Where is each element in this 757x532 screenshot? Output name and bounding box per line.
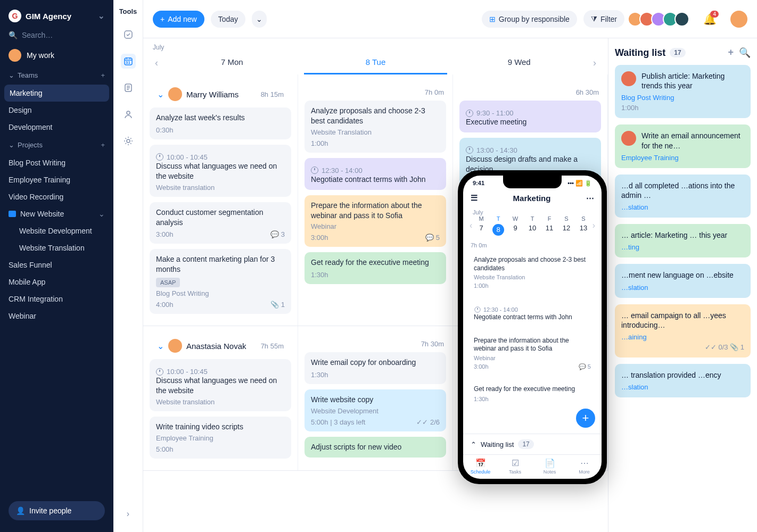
task-card[interactable]: Write training video scriptsEmployee Tra… xyxy=(150,417,291,459)
task-card[interactable]: Prepare the information about the webina… xyxy=(305,195,446,247)
waitlist-card[interactable]: … email campaign to all …yees introducin… xyxy=(615,304,751,358)
sidebar-team-item[interactable]: Marketing xyxy=(4,85,109,102)
phone-add-button[interactable]: + xyxy=(576,409,595,428)
phone-task-card[interactable]: Analyze proposals and choose 2-3 best ca… xyxy=(468,251,596,294)
notes-tool-icon[interactable] xyxy=(121,80,136,95)
sidebar-project-item[interactable]: Employee Training xyxy=(0,171,113,188)
person-header[interactable]: ⌄Marry Williams8h 15m xyxy=(150,81,291,107)
sidebar-project-item[interactable]: Webinar xyxy=(0,307,113,325)
team-avatars[interactable] xyxy=(631,12,689,27)
waitlist-card[interactable]: Write an email announcement for the ne…E… xyxy=(615,124,751,168)
day-hours: 7h 30m xyxy=(305,332,446,352)
phone-day[interactable]: S13 xyxy=(577,215,590,236)
task-card[interactable]: Write email copy for onboarding1:30h xyxy=(305,352,446,384)
group-by-button[interactable]: ⊞Group by responsible xyxy=(482,11,577,28)
chevron-down-icon: ⌄ xyxy=(9,71,14,79)
avatar xyxy=(674,12,689,27)
phone-tab[interactable]: ☑Tasks xyxy=(498,455,532,479)
search-waitlist-icon[interactable]: 🔍 xyxy=(739,47,751,59)
comments-icon: 💬 3 xyxy=(270,230,285,238)
current-user-avatar[interactable] xyxy=(730,11,747,28)
invite-people-button[interactable]: 👤 Invite people xyxy=(9,501,105,520)
phone-day-hours: 7h 0m xyxy=(463,240,602,251)
phone-day[interactable]: T10 xyxy=(526,215,539,236)
day-tab[interactable]: 8 Tue xyxy=(304,51,448,74)
phone-tab[interactable]: 📅Schedule xyxy=(463,455,498,479)
phone-task-card[interactable]: Get ready for the executive meeting1:30h xyxy=(468,380,596,408)
phone-tab[interactable]: ⋯More xyxy=(567,455,602,479)
person-header[interactable]: ⌄Anastasia Novak7h 55m xyxy=(150,332,291,359)
tools-label: Tools xyxy=(119,7,137,15)
add-project-icon[interactable]: + xyxy=(101,141,105,149)
task-card[interactable]: 10:00 - 10:45Discuss what languages we n… xyxy=(150,359,291,411)
waitlist-card[interactable]: Publish article: Marketing trends this y… xyxy=(615,65,751,118)
sidebar-project-item[interactable]: Blog Post Writing xyxy=(0,154,113,171)
add-new-button[interactable]: +Add new xyxy=(153,11,204,28)
phone-day[interactable]: M7 xyxy=(475,215,488,236)
next-days-button[interactable]: › xyxy=(591,57,598,69)
sidebar-team-item[interactable]: Design xyxy=(0,102,113,119)
day-tab[interactable]: 7 Mon xyxy=(160,51,304,74)
avatar xyxy=(621,71,636,86)
next-week-icon[interactable]: › xyxy=(593,221,595,230)
add-team-icon[interactable]: + xyxy=(101,71,105,79)
notifications-button[interactable]: 🔔 4 xyxy=(703,13,717,26)
people-tool-icon[interactable] xyxy=(121,107,136,122)
task-card[interactable]: Get ready for the executive meeting1:30h xyxy=(305,252,446,284)
sidebar-project-item[interactable]: Mobile App xyxy=(0,273,113,290)
sidebar-team-item[interactable]: Development xyxy=(0,119,113,136)
task-card[interactable]: Analyze last week's results0:30h xyxy=(150,107,291,139)
day-tab[interactable]: 9 Wed xyxy=(447,51,591,74)
settings-tool-icon[interactable] xyxy=(121,134,136,148)
task-card[interactable]: Adjust scripts for new video xyxy=(305,437,446,458)
waiting-list-count: 17 xyxy=(670,48,685,57)
filter-button[interactable]: ⧩Filter xyxy=(583,10,624,28)
task-card[interactable]: Make a content marketing plan for 3 mont… xyxy=(150,249,291,314)
clock-icon xyxy=(156,368,163,376)
sidebar-project-subitem[interactable]: Website Development xyxy=(0,222,113,239)
phone-day[interactable]: S12 xyxy=(560,215,573,236)
projects-section-header[interactable]: ⌄Projects + xyxy=(0,136,113,154)
sidebar-project-item[interactable]: Video Recording xyxy=(0,188,113,205)
workspace-switcher[interactable]: G GIM Agency ⌄ xyxy=(0,6,113,26)
teams-section-header[interactable]: ⌄Teams + xyxy=(0,66,113,85)
waitlist-card[interactable]: …ment new language on …ebsite…slation xyxy=(615,264,751,297)
phone-tab[interactable]: 📄Notes xyxy=(532,455,567,479)
phone-day[interactable]: F11 xyxy=(543,215,556,236)
calendar-tool-icon[interactable]: 31 xyxy=(121,54,136,69)
phone-day[interactable]: T8 xyxy=(492,215,505,236)
today-button[interactable]: Today xyxy=(211,11,245,28)
waitlist-card[interactable]: …d all completed …ations into the admin … xyxy=(615,174,751,218)
chevron-down-icon: ⌄ xyxy=(9,141,14,149)
phone-waiting-list-toggle[interactable]: ⌃ Waiting list 17 xyxy=(463,434,602,454)
collapse-rail-icon[interactable]: › xyxy=(121,506,136,521)
my-work-link[interactable]: My work xyxy=(0,45,113,66)
task-card[interactable]: 9:30 - 11:00Executive meeting xyxy=(459,101,601,132)
task-card[interactable]: Write website copyWebsite Development5:0… xyxy=(305,389,446,431)
task-card[interactable]: 10:00 - 10:45Discuss what languages we n… xyxy=(150,145,291,197)
person-add-icon: 👤 xyxy=(16,506,25,515)
more-icon[interactable]: ⋯ xyxy=(586,193,594,203)
task-card[interactable]: Conduct customer segmentation analysis3:… xyxy=(150,202,291,244)
prev-week-icon[interactable]: ‹ xyxy=(470,221,472,230)
phone-task-card[interactable]: 12:30 - 14:00Negotiate contract terms wi… xyxy=(468,298,596,327)
prev-days-button[interactable]: ‹ xyxy=(153,57,160,69)
add-waitlist-icon[interactable]: + xyxy=(728,47,734,59)
sidebar-project-item[interactable]: CRM Integration xyxy=(0,290,113,307)
phone-task-card[interactable]: Prepare the information about the webina… xyxy=(468,331,596,376)
sidebar-project-item[interactable]: Sales Funnel xyxy=(0,256,113,273)
avatar xyxy=(621,131,636,146)
sidebar-project-item[interactable]: New Website⌄ xyxy=(0,205,113,222)
waitlist-card[interactable]: … article: Marketing … this year…ting xyxy=(615,224,751,257)
phone-day[interactable]: W9 xyxy=(509,215,522,236)
task-card[interactable]: Analyze proposals and choose 2-3 best ca… xyxy=(305,101,446,153)
checkbox-tool-icon[interactable] xyxy=(121,27,136,42)
waitlist-card[interactable]: … translation provided …ency…slation xyxy=(615,364,751,397)
chevron-down-icon: ⌄ xyxy=(98,11,105,21)
menu-icon[interactable]: ☰ xyxy=(471,193,478,203)
date-dropdown-button[interactable]: ⌄ xyxy=(252,11,267,28)
search-input[interactable]: 🔍 Search… xyxy=(0,26,113,45)
sidebar-project-subitem[interactable]: Website Translation xyxy=(0,239,113,256)
task-card[interactable]: 12:30 - 14:00Negotiate contract terms wi… xyxy=(305,158,446,190)
clock-icon xyxy=(474,307,480,313)
